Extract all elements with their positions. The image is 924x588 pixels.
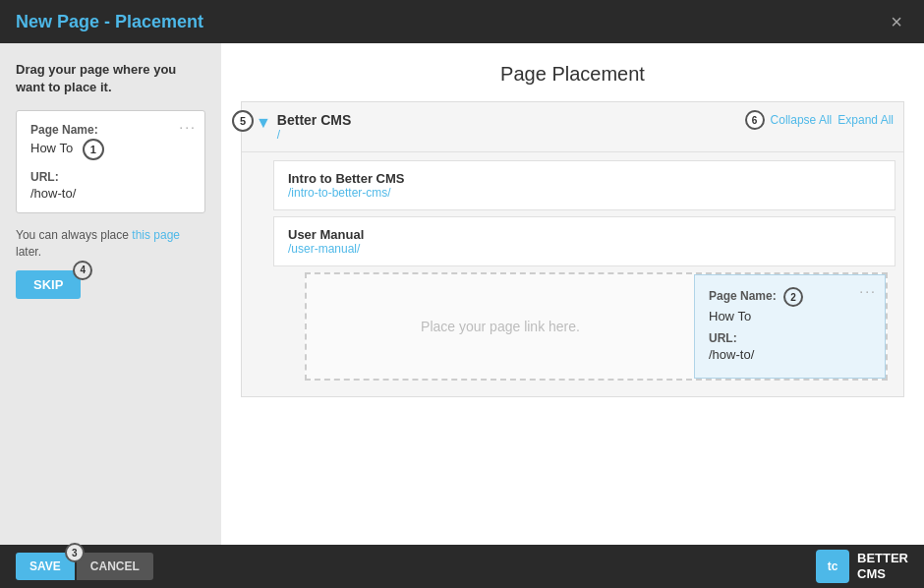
root-node-name: Better CMS bbox=[277, 112, 351, 128]
sidebar: Drag your page where you want to place i… bbox=[0, 43, 221, 545]
main-container: Drag your page where you want to place i… bbox=[0, 43, 924, 545]
drop-zone[interactable]: Place your page link here. ··· Page Name… bbox=[305, 272, 888, 381]
child-node-2-url: /user-manual/ bbox=[288, 242, 881, 256]
logo-icon: tc bbox=[816, 550, 849, 583]
tree-child-node: Intro to Better CMS /intro-to-better-cms… bbox=[273, 160, 895, 210]
card-menu-dots[interactable]: ··· bbox=[179, 119, 197, 135]
drop-zone-card: ··· Page Name: 2 How To URL: /how-to/ bbox=[694, 274, 886, 379]
cancel-button[interactable]: CANCEL bbox=[77, 553, 153, 580]
logo-brand: BETTER bbox=[857, 551, 908, 566]
footer-logo: tc BETTER CMS bbox=[816, 550, 908, 583]
drop-page-name-value: How To bbox=[709, 309, 871, 323]
drop-page-name-label: Page Name: 2 bbox=[709, 287, 871, 307]
step-badge-2: 2 bbox=[783, 287, 803, 307]
child-node-1-url: /intro-to-better-cms/ bbox=[288, 186, 881, 200]
step-badge-3: 3 bbox=[65, 543, 85, 562]
footer: SAVE 3 CANCEL tc BETTER CMS bbox=[0, 545, 924, 588]
drop-zone-placeholder: Place your page link here. bbox=[307, 274, 694, 379]
page-name-label: Page Name: bbox=[30, 123, 191, 137]
logo-cms: CMS bbox=[857, 566, 908, 582]
step-badge-4: 4 bbox=[73, 261, 92, 280]
drop-url-label: URL: bbox=[709, 331, 871, 345]
sidebar-instruction: Drag your page where you want to place i… bbox=[16, 61, 205, 96]
step-badge-5: 5 bbox=[232, 110, 254, 132]
drop-card-dots[interactable]: ··· bbox=[859, 283, 877, 299]
page-name-value: How To 1 bbox=[30, 139, 191, 160]
drop-url-value: /how-to/ bbox=[709, 347, 871, 362]
footer-actions: SAVE 3 CANCEL bbox=[16, 553, 153, 580]
content-area: Page Placement 6 Collapse All Expand All… bbox=[221, 43, 924, 545]
skip-area: SKIP 4 bbox=[16, 270, 81, 299]
title-bar: New Page - Placement × bbox=[0, 0, 924, 43]
url-value: /how-to/ bbox=[30, 186, 191, 201]
tree-root-node: 5 ▼ Better CMS / bbox=[242, 102, 903, 152]
tree-arrow-icon: ▼ bbox=[256, 114, 271, 132]
skip-button[interactable]: SKIP bbox=[16, 270, 81, 299]
child-node-2-name: User Manual bbox=[288, 227, 881, 242]
root-node-url: / bbox=[277, 128, 351, 142]
this-page-link[interactable]: this page bbox=[132, 228, 180, 242]
step-badge-1: 1 bbox=[83, 139, 104, 160]
sidebar-page-card: ··· Page Name: How To 1 URL: /how-to/ bbox=[16, 110, 205, 213]
content-title: Page Placement bbox=[241, 63, 904, 86]
close-button[interactable]: × bbox=[885, 10, 908, 33]
tree-children: Intro to Better CMS /intro-to-better-cms… bbox=[242, 152, 903, 396]
logo-text: BETTER CMS bbox=[857, 551, 908, 581]
dialog-title: New Page - Placement bbox=[16, 12, 203, 32]
sidebar-note: You can always place this page later. bbox=[16, 227, 205, 261]
child-node-1-name: Intro to Better CMS bbox=[288, 171, 881, 186]
url-label: URL: bbox=[30, 170, 191, 184]
tree-child-node: User Manual /user-manual/ bbox=[273, 216, 895, 266]
tree-container: 6 Collapse All Expand All 5 ▼ Better CMS… bbox=[241, 101, 904, 397]
